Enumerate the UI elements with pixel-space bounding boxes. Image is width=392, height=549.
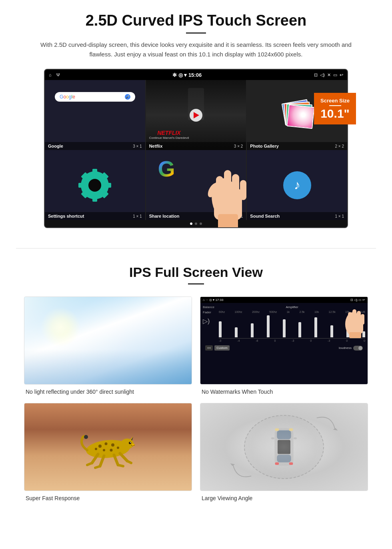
eq-presets: << Custom bbox=[205, 345, 230, 351]
settings-app-name: Settings shortcut bbox=[48, 214, 84, 218]
google-logo: Google bbox=[60, 94, 75, 100]
eq-controls: Balance Fader ▷) bbox=[203, 305, 215, 342]
equalizer-screen: ⌂ ··· ◎ ▾ 17:33 ⊡ ◁) ▭ ↩ Balance Fader ▷… bbox=[200, 297, 368, 384]
eq-bar-8 bbox=[330, 325, 333, 337]
app-cell-google[interactable]: Google 🎤 Google 3 × 1 bbox=[45, 80, 145, 150]
cheetah-bg bbox=[24, 403, 192, 491]
svg-line-38 bbox=[127, 461, 131, 463]
eq-bar-4 bbox=[267, 315, 270, 337]
rotation-arrows-svg bbox=[200, 403, 368, 491]
svg-point-26 bbox=[129, 442, 131, 444]
app-cell-share[interactable]: G bbox=[146, 150, 246, 220]
svg-point-17 bbox=[105, 443, 108, 445]
car-bg bbox=[200, 403, 368, 491]
svg-point-21 bbox=[117, 447, 119, 449]
eq-bottom-controls: << Custom loudness bbox=[203, 344, 365, 352]
home-icon: ⌂ bbox=[49, 72, 52, 77]
image-item-sunlight: No light reflecting under 360° direct su… bbox=[24, 297, 192, 395]
android-screen: ⌂ Ψ ✻ ◎ ▾ 15:06 ⊡ ◁) ✕ ▭ ↩ bbox=[44, 69, 348, 228]
eq-sidebar: Balance Fader ▷) Amplifier 60hz100hz200h… bbox=[203, 305, 365, 342]
svg-point-16 bbox=[98, 445, 102, 448]
music-button: ♪ bbox=[283, 171, 311, 199]
settings-gear bbox=[79, 169, 111, 201]
equalizer-caption: No Watermarks When Touch bbox=[200, 389, 368, 395]
svg-marker-51 bbox=[333, 428, 338, 431]
netflix-content: NETFLIX Continue Marvel's Daredevil bbox=[146, 80, 246, 150]
svg-line-36 bbox=[118, 465, 123, 466]
section2-title: IPS Full Screen View bbox=[16, 264, 376, 280]
eq-vol-icon: ▷) bbox=[203, 317, 215, 325]
svg-rect-7 bbox=[218, 214, 238, 228]
close-status-icon: ✕ bbox=[327, 72, 331, 78]
section2-divider bbox=[188, 283, 204, 285]
image-item-car: Large Viewing Angle bbox=[200, 403, 368, 501]
bluetooth-icon: ✻ ◎ ▾ bbox=[172, 72, 188, 78]
status-left-icons: ⌂ Ψ bbox=[49, 72, 60, 77]
eq-main-content: Balance Fader ▷) Amplifier 60hz100hz200h… bbox=[200, 303, 368, 384]
netflix-subtitle: Continue Marvel's Daredevil bbox=[149, 136, 189, 140]
gallery-app-name: Photo Gallery bbox=[250, 144, 279, 148]
gallery-label-row: Photo Gallery 2 × 2 bbox=[247, 142, 347, 150]
hand-pointing-svg bbox=[194, 152, 258, 228]
svg-rect-13 bbox=[347, 320, 363, 334]
camera-status-icon: ⊡ bbox=[314, 72, 318, 78]
sound-content: ♪ bbox=[247, 150, 347, 220]
gallery-app-size: 2 × 2 bbox=[335, 144, 344, 148]
settings-label-row: Settings shortcut 1 × 1 bbox=[45, 212, 145, 220]
eq-prev-btn: << bbox=[205, 345, 213, 351]
eq-bar-1 bbox=[219, 321, 222, 337]
screen-size-badge: Screen Size 10.1" bbox=[314, 93, 356, 124]
svg-point-20 bbox=[110, 449, 113, 452]
car-caption: Large Viewing Angle bbox=[200, 495, 368, 501]
netflix-logo: NETFLIX bbox=[149, 130, 189, 136]
image-item-equalizer: ⌂ ··· ◎ ▾ 17:33 ⊡ ◁) ▭ ↩ Balance Fader ▷… bbox=[200, 297, 368, 395]
eq-status-right: ⊡ ◁) ▭ ↩ bbox=[350, 298, 365, 302]
svg-marker-52 bbox=[230, 463, 235, 466]
app-grid-row2: Settings shortcut 1 × 1 G bbox=[45, 150, 347, 220]
mic-icon: 🎤 bbox=[125, 94, 130, 100]
image-item-cheetah: Super Fast Response bbox=[24, 403, 192, 501]
status-right-icons: ⊡ ◁) ✕ ▭ ↩ bbox=[314, 72, 343, 78]
eq-bar-2 bbox=[235, 327, 238, 337]
eq-bar-7 bbox=[314, 317, 317, 337]
app-cell-settings[interactable]: Settings shortcut 1 × 1 bbox=[45, 150, 145, 220]
svg-line-34 bbox=[95, 466, 100, 468]
svg-point-39 bbox=[84, 435, 88, 439]
cheetah-svg bbox=[68, 423, 148, 471]
svg-line-35 bbox=[114, 455, 118, 465]
eq-bars-area: Amplifier 60hz100hz200hz500hz1k2.5k10k12… bbox=[219, 305, 365, 342]
badge-size: 10.1" bbox=[320, 107, 350, 120]
google-label-row: Google 3 × 1 bbox=[45, 142, 145, 150]
share-app-name: Share location bbox=[149, 214, 180, 218]
badge-divider bbox=[329, 105, 341, 106]
section1-title: 2.5D Curved IPS Touch Screen bbox=[24, 12, 368, 29]
image-grid: No light reflecting under 360° direct su… bbox=[16, 297, 376, 501]
app-cell-sound[interactable]: ♪ Sound Search 1 × 1 bbox=[247, 150, 347, 220]
title-underline bbox=[186, 32, 206, 34]
google-search-bar[interactable]: Google 🎤 bbox=[55, 92, 135, 102]
image-box-sunlight bbox=[24, 297, 192, 385]
netflix-label-row: Netflix 3 × 2 bbox=[146, 142, 246, 150]
section-divider bbox=[16, 248, 376, 248]
svg-point-19 bbox=[103, 449, 105, 451]
image-box-equalizer: ⌂ ··· ◎ ▾ 17:33 ⊡ ◁) ▭ ↩ Balance Fader ▷… bbox=[200, 297, 368, 385]
eq-fader-label: Fader bbox=[203, 311, 215, 314]
eq-bar-6 bbox=[298, 322, 301, 337]
eq-bar-5 bbox=[283, 319, 286, 337]
eq-bar-3 bbox=[251, 323, 254, 337]
svg-point-18 bbox=[111, 443, 114, 447]
netflix-app-name: Netflix bbox=[149, 144, 163, 148]
app-cell-netflix[interactable]: NETFLIX Continue Marvel's Daredevil Netf… bbox=[146, 80, 246, 150]
google-app-name: Google bbox=[48, 144, 63, 148]
eq-hand-svg bbox=[339, 302, 367, 338]
eq-status-left: ⌂ ··· ◎ ▾ 17:33 bbox=[203, 298, 223, 302]
sound-label-row: Sound Search 1 × 1 bbox=[247, 212, 347, 220]
settings-content bbox=[45, 150, 145, 220]
svg-rect-14 bbox=[349, 332, 361, 338]
section-ips-full: IPS Full Screen View No light reflecting… bbox=[0, 260, 392, 513]
google-maps-g: G bbox=[158, 156, 175, 182]
cheetah-caption: Super Fast Response bbox=[24, 495, 192, 501]
image-box-cheetah bbox=[24, 403, 192, 491]
sunlight-bg bbox=[24, 297, 192, 384]
eq-loudness-toggle bbox=[353, 346, 363, 351]
